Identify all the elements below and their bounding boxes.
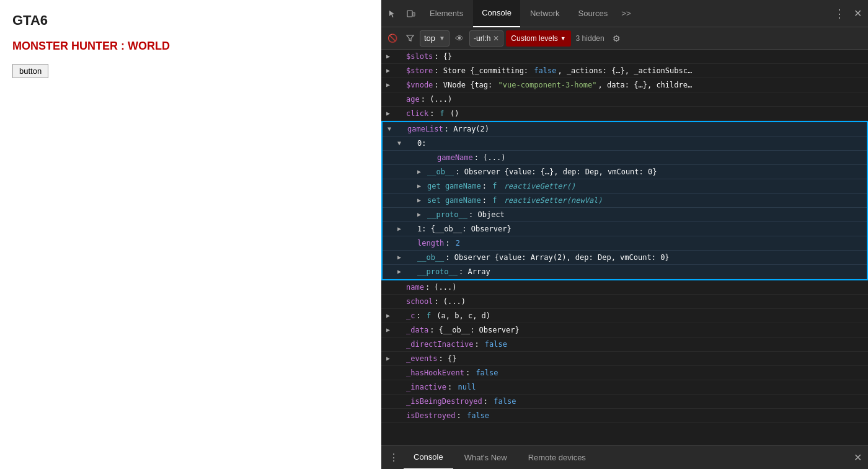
toggle-icon[interactable]: ▶ bbox=[397, 223, 401, 234]
device-icon[interactable] bbox=[402, 5, 420, 22]
toggle-icon[interactable]: ▶ bbox=[417, 181, 421, 192]
game-title-2: MONSTER HUNTER : WORLD bbox=[12, 40, 369, 53]
console-line: ▶ __proto__: Array bbox=[383, 265, 867, 279]
console-line: ▼ gameList: Array(2) bbox=[383, 122, 867, 136]
devtools-close-button[interactable]: ✕ bbox=[850, 7, 866, 19]
toggle-icon[interactable]: ▼ bbox=[397, 138, 401, 149]
console-line: gameName: (...) bbox=[383, 151, 867, 165]
console-line: ▶ set gameName: f reactiveSetter(newVal) bbox=[383, 194, 867, 208]
toggle-icon[interactable]: ▶ bbox=[386, 79, 390, 91]
filter-toggle-button[interactable] bbox=[402, 31, 417, 46]
toggle-icon[interactable]: ▶ bbox=[417, 166, 421, 177]
game-title-1: GTA6 bbox=[12, 12, 369, 29]
tab-sources[interactable]: Sources bbox=[570, 0, 617, 27]
toggle-icon[interactable]: ▶ bbox=[386, 324, 390, 336]
console-line: name: (...) bbox=[381, 280, 868, 295]
console-line: _isBeingDestroyed: false bbox=[381, 395, 868, 409]
toggle-icon[interactable]: ▶ bbox=[386, 51, 390, 62]
tab-console[interactable]: Console bbox=[473, 0, 520, 27]
console-line: _directInactive: false bbox=[381, 337, 868, 352]
devtools-panel: Elements Console Network Sources >> ⋮ ✕ … bbox=[381, 0, 868, 469]
settings-button[interactable]: ⚙ bbox=[609, 31, 624, 46]
toggle-icon[interactable]: ▶ bbox=[386, 65, 390, 76]
cursor-icon[interactable] bbox=[384, 5, 401, 22]
context-value: top bbox=[424, 34, 435, 43]
bottom-tab-remote-devices[interactable]: Remote devices bbox=[518, 446, 596, 470]
console-line: ▼ 0: bbox=[383, 136, 867, 151]
console-line: ▶ _c: f (a, b, c, d) bbox=[381, 309, 868, 323]
bottom-tab-whats-new[interactable]: What's New bbox=[454, 446, 517, 470]
console-line: ▶ $vnode: VNode {tag: "vue-component-3-h… bbox=[381, 78, 868, 92]
more-tabs-button[interactable]: >> bbox=[618, 9, 634, 18]
hidden-badge: 3 hidden bbox=[574, 34, 607, 43]
console-line: ▶ get gameName: f reactiveGetter() bbox=[383, 179, 867, 194]
console-line: ▶ _data: {__ob__: Observer} bbox=[381, 323, 868, 337]
console-line: school: (...) bbox=[381, 295, 868, 309]
filter-value: -url:h bbox=[474, 34, 490, 43]
toggle-icon[interactable]: ▶ bbox=[417, 209, 421, 220]
console-line: isDestroyed: false bbox=[381, 409, 868, 423]
gamelist-highlight-section: ▼ gameList: Array(2) ▼ 0: gameName: (...… bbox=[381, 121, 868, 280]
filter-box: -url:h ✕ bbox=[469, 30, 503, 47]
custom-levels-button[interactable]: Custom levels ▼ bbox=[506, 30, 570, 47]
console-toolbar: 🚫 top ▼ 👁 -url:h ✕ Custom levels ▼ 3 hid… bbox=[381, 27, 868, 50]
toggle-icon[interactable]: ▶ bbox=[386, 108, 390, 119]
eye-button[interactable]: 👁 bbox=[452, 31, 467, 46]
context-arrow: ▼ bbox=[439, 35, 445, 42]
svg-rect-0 bbox=[407, 11, 412, 17]
console-output[interactable]: ▶ $slots: {} ▶ $store: Store {_committin… bbox=[381, 50, 868, 445]
console-line: _hasHookEvent: false bbox=[381, 366, 868, 380]
bottom-close-button[interactable]: ✕ bbox=[851, 452, 864, 463]
devtools-toolbar: Elements Console Network Sources >> ⋮ ✕ bbox=[381, 0, 868, 27]
bottom-tab-console[interactable]: Console bbox=[404, 446, 453, 470]
toggle-icon[interactable]: ▼ bbox=[388, 123, 391, 135]
console-line: ▶ $slots: {} bbox=[381, 50, 868, 64]
devtools-menu-button[interactable]: ⋮ bbox=[830, 7, 849, 20]
context-selector[interactable]: top ▼ bbox=[420, 30, 450, 47]
custom-levels-arrow: ▼ bbox=[560, 35, 566, 42]
devtools-bottom-bar: ⋮ Console What's New Remote devices ✕ bbox=[381, 445, 868, 469]
toggle-icon[interactable]: ▶ bbox=[386, 353, 390, 364]
demo-button[interactable]: button bbox=[12, 64, 48, 78]
tab-network[interactable]: Network bbox=[521, 0, 569, 27]
console-line: ▶ __proto__: Object bbox=[383, 208, 867, 222]
console-line: _inactive: null bbox=[381, 380, 868, 395]
toggle-icon[interactable]: ▶ bbox=[417, 195, 421, 206]
console-line: ▶ _events: {} bbox=[381, 352, 868, 366]
toggle-icon[interactable]: ▶ bbox=[397, 266, 401, 277]
console-line: ▶ click: f () bbox=[381, 107, 868, 121]
console-line: ▶ __ob__: Observer {value: {…}, dep: Dep… bbox=[383, 165, 867, 179]
console-line: age: (...) bbox=[381, 92, 868, 107]
clear-console-button[interactable]: 🚫 bbox=[385, 31, 400, 46]
console-line: ▶ 1: {__ob__: Observer} bbox=[383, 222, 867, 236]
tab-elements[interactable]: Elements bbox=[421, 0, 472, 27]
toggle-icon[interactable]: ▶ bbox=[386, 310, 390, 321]
left-panel: GTA6 MONSTER HUNTER : WORLD button bbox=[0, 0, 381, 469]
filter-clear-button[interactable]: ✕ bbox=[493, 34, 499, 43]
console-line: ▶ __ob__: Observer {value: Array(2), dep… bbox=[383, 251, 867, 265]
bottom-menu-button[interactable]: ⋮ bbox=[385, 452, 402, 463]
console-line: length: 2 bbox=[383, 236, 867, 251]
svg-rect-1 bbox=[413, 12, 415, 16]
toggle-icon[interactable]: ▶ bbox=[397, 252, 401, 263]
console-line: ▶ $store: Store {_committing: false, _ac… bbox=[381, 64, 868, 78]
